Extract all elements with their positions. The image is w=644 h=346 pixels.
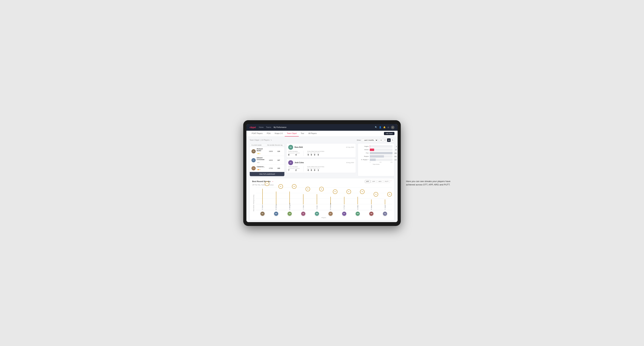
- app-1: 0: [310, 169, 312, 172]
- streak-line: [290, 191, 290, 204]
- streak-bar-item: 6xD. Billingham: [283, 187, 296, 210]
- streak-subtitle: Off The Tee, Fairway Accuracy: [252, 184, 392, 186]
- streak-line: [262, 189, 263, 204]
- nav-link-teams[interactable]: Teams: [266, 126, 271, 128]
- main-content: Team Clippd | 14 Players ✎ Show Last 3 m…: [246, 137, 398, 222]
- bar-label: Eagles: [360, 146, 369, 147]
- streak-player-name: D. Billingham: [289, 204, 290, 210]
- player-card-rees-britt: RB Rees Britt 02 Sep 2023 Total Rounds: [286, 143, 356, 158]
- add-team-button[interactable]: Add Team: [384, 132, 394, 135]
- bell-icon[interactable]: 🔔: [383, 126, 386, 128]
- filter-putt[interactable]: PUTT: [384, 180, 390, 183]
- show-select[interactable]: Last 3 months: [362, 139, 378, 142]
- sub-nav-all-players[interactable]: All Players: [306, 131, 319, 137]
- lb-col-pb-avg: PB AVG SQ: [275, 144, 282, 146]
- user-icon[interactable]: 👤: [379, 126, 382, 128]
- player-card-josh-coles: JC Josh Coles 26 Aug 2023 Total Rounds: [286, 159, 356, 173]
- card-stats-josh: Total Rounds Tournament 7 Practice: [288, 166, 354, 172]
- nav-link-my-performance[interactable]: My Performance: [274, 126, 286, 128]
- streak-avatar-item: RB: [310, 211, 324, 216]
- search-icon[interactable]: 🔍: [375, 126, 377, 128]
- streak-chart-inner: 7xE. Ewert6xB. McHarg6xD. Billingham5xJ.…: [256, 187, 392, 218]
- table-row: CA Cameron... 🔶 3 17/20 103: [250, 165, 284, 172]
- view-full-leaderboard-button[interactable]: View Full Leaderboard: [250, 172, 284, 176]
- filter-view-button[interactable]: ⇅: [391, 138, 394, 142]
- app-0: 0: [310, 154, 312, 156]
- nav-link-home[interactable]: Home: [259, 126, 264, 128]
- bar-count: 499: [394, 152, 397, 154]
- streak-avatar-item: CQ: [378, 211, 392, 216]
- target-icon[interactable]: ◎: [388, 126, 389, 128]
- filter-app[interactable]: APP: [371, 180, 376, 183]
- bar-label: D. Bogeys +: [360, 159, 369, 161]
- table-row: RB Richard Butler ⭐ 1 19/20 110: [250, 147, 284, 156]
- player-avatar-2: EC: [252, 158, 256, 162]
- bar-x-axis: 0 200 400: [360, 162, 392, 163]
- avatar: MM: [355, 211, 360, 216]
- list-view-button[interactable]: ☰: [383, 138, 387, 142]
- streak-avatar-item: DB: [283, 211, 296, 216]
- streak-bar-item: 3xC. Quick: [378, 194, 392, 210]
- streak-filter-buttons: OTT APP ARG PUTT ←: [365, 180, 392, 183]
- sub-nav-pgat[interactable]: PGAT Players: [250, 131, 264, 137]
- player-avatar-1: RB: [252, 149, 256, 154]
- tournament-rounds-0: 8: [288, 154, 295, 156]
- grid-view-button[interactable]: ⊞: [380, 138, 383, 142]
- bar-chart-card: Eagles 3 Birdies 96 Pars 499 Bogeys 311 …: [358, 143, 394, 176]
- bar-count: 311: [394, 156, 397, 157]
- streak-player-name: B. McHarg: [276, 204, 277, 210]
- nav-logo: clippd: [250, 126, 256, 129]
- sub-nav-team-clippd[interactable]: Team Clippd: [285, 131, 299, 137]
- sub-nav-hcaps[interactable]: Hcaps 1-5: [273, 131, 285, 137]
- streak-bubble: 7x: [265, 181, 269, 186]
- avatar: BM: [274, 211, 278, 216]
- arrow-indicator: ←: [272, 180, 274, 183]
- lb-col-pb-score: PB SCORE: [267, 144, 275, 146]
- view-icons: ⊞ ☰ ▤ ⇅: [380, 138, 394, 142]
- card-avatar-josh: JC: [288, 160, 293, 165]
- y-axis-label: Best Streak, Fairway Accuracy: [253, 195, 254, 211]
- lb-avg-1: 110: [275, 151, 282, 152]
- arrow-right-indicator[interactable]: ←: [390, 180, 392, 183]
- player-avatar-3: CA: [252, 166, 256, 170]
- bar-fill: [370, 155, 384, 158]
- columns: PLAYER NAME PB SCORE PB AVG SQ RB Richar…: [250, 143, 394, 176]
- practice-rounds-1: 2: [296, 169, 300, 172]
- x-label-0: 0: [370, 162, 370, 163]
- streak-avatar-item: EC: [324, 211, 338, 216]
- bar-fill: [370, 159, 376, 161]
- detail-view-button[interactable]: ▤: [387, 138, 390, 142]
- practice-activities-label-1: Total Practice Activities: [307, 166, 324, 168]
- sub-nav-links: PGAT Players PGA Hcaps 1-5 Team Clippd T…: [250, 131, 319, 137]
- player-badge-2: ● 2: [257, 162, 260, 163]
- streak-avatar-item: DF: [338, 211, 351, 216]
- lb-col-player-name: PLAYER NAME: [252, 144, 267, 146]
- lb-score-2: 18/20: [267, 159, 275, 161]
- streaks-title: Best Round Streaks ←: [252, 180, 274, 183]
- filter-ott[interactable]: OTT: [365, 180, 370, 183]
- streaks-section: Best Round Streaks ← OTT APP ARG PUTT ← …: [250, 178, 394, 220]
- sub-nav-tour[interactable]: Tour: [299, 131, 306, 137]
- streak-bar-item: 6xB. McHarg: [269, 187, 283, 210]
- avatar: DB: [287, 211, 292, 216]
- practice-rounds-0: 4: [296, 154, 300, 156]
- streak-bar-item: 4xE. Crossman: [324, 192, 338, 210]
- streak-bar-item: 5xR. Britt: [310, 189, 324, 210]
- player-info-3: CA Cameron... 🔶 3: [252, 166, 267, 171]
- streak-player-name: D. Ford: [344, 204, 345, 210]
- filter-arg[interactable]: ARG: [377, 180, 383, 183]
- lb-score-1: 19/20: [267, 151, 275, 152]
- sub-nav-pga[interactable]: PGA: [264, 131, 272, 137]
- avatar: JC: [301, 211, 306, 216]
- edit-icon[interactable]: ✎: [270, 139, 272, 141]
- practice-activities-label-0: Total Practice Activities: [307, 151, 324, 152]
- streak-bar-item: 5xJ. Coles: [296, 189, 310, 210]
- total-rounds-label-1: Total Rounds: [288, 166, 300, 168]
- avatar[interactable]: U: [391, 126, 394, 129]
- bar-row-d.-bogeys +: D. Bogeys + 131: [360, 159, 392, 161]
- card-name-rees: Rees Britt: [294, 146, 345, 148]
- streak-bar-item: 3xR. Butler: [364, 194, 378, 210]
- bar-fill: [370, 149, 374, 151]
- card-name-josh: Josh Coles: [294, 162, 345, 164]
- streak-avatar-item: EE: [256, 211, 269, 216]
